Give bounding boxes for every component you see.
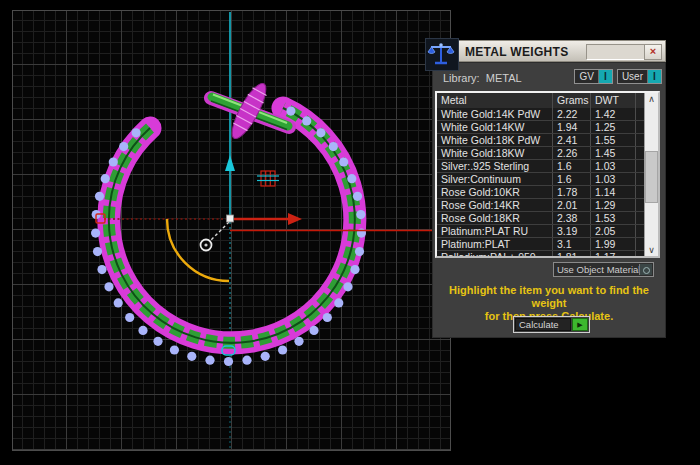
table-cell: 1.42 bbox=[591, 108, 636, 120]
table-cell: White Gold:14KW bbox=[437, 121, 553, 133]
gv-button[interactable]: GV I bbox=[574, 69, 612, 84]
instruction-line-1: Highlight the item you want to find the … bbox=[433, 284, 665, 310]
table-cell: 1.53 bbox=[591, 212, 636, 224]
table-cell: 3.1 bbox=[553, 238, 591, 250]
table-cell: 1.78 bbox=[553, 186, 591, 198]
table-cell: Silver:Continuum bbox=[437, 173, 553, 185]
table-cell: 1.94 bbox=[553, 121, 591, 133]
column-header-dwt[interactable]: DWT bbox=[591, 93, 636, 108]
table-cell: 1.25 bbox=[591, 121, 636, 133]
table-scrollbar[interactable]: ∧ ∨ bbox=[644, 93, 658, 256]
user-label: User bbox=[618, 70, 647, 83]
table-cell: 1.81 bbox=[553, 251, 591, 256]
table-cell: Platinum:PLAT bbox=[437, 238, 553, 250]
user-indicator[interactable]: I bbox=[647, 70, 661, 83]
calculate-button[interactable]: Calculate ▶ bbox=[513, 316, 590, 333]
toggle-buttons: GV I User I bbox=[574, 69, 662, 84]
table-cell: Palladium:PAL+ 950 bbox=[437, 251, 553, 256]
table-cell: White Gold:14K PdW bbox=[437, 108, 553, 120]
close-icon[interactable]: × bbox=[644, 44, 662, 60]
table-cell: 1.6 bbox=[553, 160, 591, 172]
table-row[interactable]: Rose Gold:18KR2.381.53 bbox=[437, 212, 645, 225]
scroll-up-icon[interactable]: ∧ bbox=[645, 93, 658, 105]
scroll-down-icon[interactable]: ∨ bbox=[645, 244, 658, 256]
table-cell: Rose Gold:14KR bbox=[437, 199, 553, 211]
table-cell: 2.22 bbox=[553, 108, 591, 120]
scrollbar-thumb[interactable] bbox=[645, 151, 658, 203]
table-row[interactable]: Silver:Continuum1.61.03 bbox=[437, 173, 645, 186]
table-cell: 1.99 bbox=[591, 238, 636, 250]
table-cell: 1.55 bbox=[591, 134, 636, 146]
table-cell: 3.19 bbox=[553, 225, 591, 237]
metal-table: Metal Grams DWT White Gold:14K PdW2.221.… bbox=[435, 91, 660, 258]
metal-table-rows: White Gold:14K PdW2.221.42White Gold:14K… bbox=[437, 108, 645, 256]
titlebar-recess bbox=[586, 44, 648, 60]
table-cell: 1.6 bbox=[553, 173, 591, 185]
dropdown-icon[interactable] bbox=[639, 264, 652, 275]
panel-titlebar[interactable]: METAL WEIGHTS × bbox=[455, 40, 666, 62]
table-cell: White Gold:18KW bbox=[437, 147, 553, 159]
table-row[interactable]: Rose Gold:14KR2.011.29 bbox=[437, 199, 645, 212]
table-cell: Rose Gold:10KR bbox=[437, 186, 553, 198]
metal-weights-panel: METAL WEIGHTS × Library: METAL GV I User… bbox=[425, 38, 666, 338]
table-header: Metal Grams DWT bbox=[437, 93, 645, 108]
table-cell: Silver:.925 Sterling bbox=[437, 160, 553, 172]
table-row[interactable]: White Gold:18KW2.261.45 bbox=[437, 147, 645, 160]
calculate-label: Calculate bbox=[515, 318, 571, 331]
table-cell: 1.03 bbox=[591, 173, 636, 185]
column-header-grams[interactable]: Grams bbox=[553, 93, 591, 108]
table-cell: 2.41 bbox=[553, 134, 591, 146]
gv-indicator[interactable]: I bbox=[598, 70, 612, 83]
table-cell: 1.14 bbox=[591, 186, 636, 198]
application-canvas: { "window": { "title": "METAL WEIGHTS" }… bbox=[0, 0, 700, 465]
table-cell: 2.38 bbox=[553, 212, 591, 224]
table-cell: 1.17 bbox=[591, 251, 636, 256]
table-cell: Rose Gold:18KR bbox=[437, 212, 553, 224]
table-cell: 2.05 bbox=[591, 225, 636, 237]
gv-label: GV bbox=[575, 70, 597, 83]
table-cell: 1.45 bbox=[591, 147, 636, 159]
table-row[interactable]: Silver:.925 Sterling1.61.03 bbox=[437, 160, 645, 173]
table-row[interactable]: White Gold:14K PdW2.221.42 bbox=[437, 108, 645, 121]
table-cell: Platinum:PLAT RU bbox=[437, 225, 553, 237]
table-row[interactable]: Platinum:PLAT3.11.99 bbox=[437, 238, 645, 251]
table-row[interactable]: Palladium:PAL+ 9501.811.17 bbox=[437, 251, 645, 256]
table-row[interactable]: White Gold:14KW1.941.25 bbox=[437, 121, 645, 134]
panel-body: Library: METAL GV I User I Metal Grams D… bbox=[432, 62, 666, 338]
metal-weights-scale-icon bbox=[425, 38, 459, 71]
materials-dropdown-value: Use Object Materials bbox=[557, 264, 645, 275]
calculate-play-icon[interactable]: ▶ bbox=[572, 318, 588, 331]
column-header-metal[interactable]: Metal bbox=[437, 93, 553, 108]
table-row[interactable]: White Gold:18K PdW2.411.55 bbox=[437, 134, 645, 147]
cad-viewport[interactable] bbox=[12, 10, 451, 451]
panel-title: METAL WEIGHTS bbox=[465, 45, 568, 59]
table-cell: 2.01 bbox=[553, 199, 591, 211]
table-cell: 1.03 bbox=[591, 160, 636, 172]
user-button[interactable]: User I bbox=[617, 69, 662, 84]
table-cell: 1.29 bbox=[591, 199, 636, 211]
table-cell: 2.26 bbox=[553, 147, 591, 159]
materials-dropdown[interactable]: Use Object Materials bbox=[553, 262, 654, 277]
library-label: Library: METAL bbox=[443, 72, 522, 84]
table-row[interactable]: Platinum:PLAT RU3.192.05 bbox=[437, 225, 645, 238]
table-cell: White Gold:18K PdW bbox=[437, 134, 553, 146]
table-row[interactable]: Rose Gold:10KR1.781.14 bbox=[437, 186, 645, 199]
